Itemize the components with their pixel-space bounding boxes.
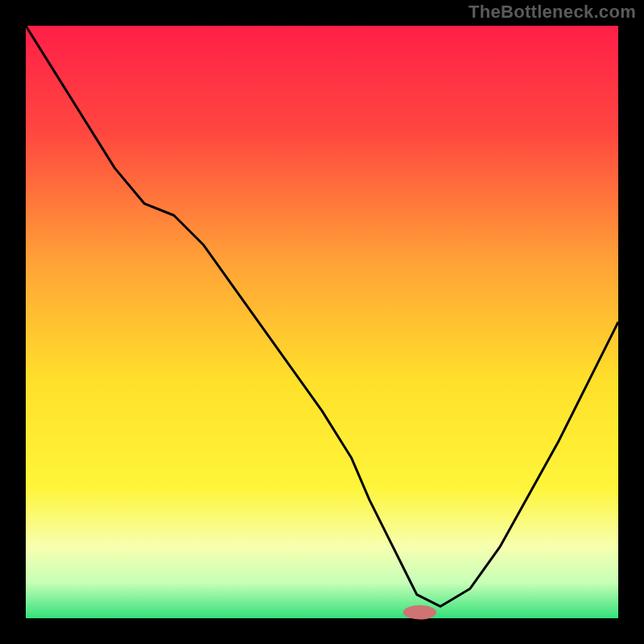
bottleneck-chart: TheBottleneck.com [0, 0, 644, 644]
chart-svg [0, 0, 644, 644]
optimal-marker [403, 605, 436, 620]
plot-background [26, 26, 618, 618]
watermark-text: TheBottleneck.com [469, 2, 636, 23]
